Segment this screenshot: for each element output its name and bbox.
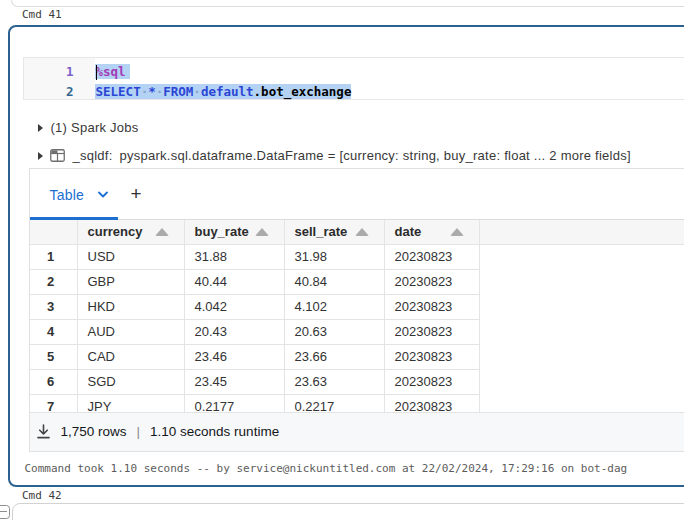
data-cell: 40.44 xyxy=(185,270,285,295)
column-label: date xyxy=(395,224,422,239)
row-number-cell: 2 xyxy=(30,270,78,295)
row-filler xyxy=(480,320,684,345)
footer-separator: | xyxy=(137,424,141,439)
results-footer: 1,750 rows | 1.10 seconds runtime xyxy=(30,412,684,451)
row-number-cell: 3 xyxy=(30,295,78,320)
table-row: 2GBP40.4440.8420230823 xyxy=(30,270,684,295)
column-label: sell_rate xyxy=(295,224,348,239)
row-count: 1,750 rows xyxy=(61,424,127,439)
code-line-2: SELECT·*·FROM·default.bot_exchange xyxy=(95,82,684,102)
data-cell: HKD xyxy=(78,295,185,320)
chevron-down-icon[interactable] xyxy=(97,191,109,199)
data-cell: 23.45 xyxy=(185,370,285,395)
results-table-container: currencybuy_ratesell_ratedate 1USD31.883… xyxy=(30,220,684,414)
data-cell: 4.042 xyxy=(185,295,285,320)
code-token: SELECT xyxy=(96,84,141,99)
code-line-1: %sql xyxy=(95,62,684,82)
table-row: 1USD31.8831.9820230823 xyxy=(30,245,684,270)
table-icon xyxy=(50,149,65,162)
data-cell: 20230823 xyxy=(385,270,480,295)
row-number-header xyxy=(30,220,78,245)
row-number-cell: 5 xyxy=(30,345,78,370)
table-header-row: currencybuy_ratesell_ratedate xyxy=(30,220,684,245)
sqldf-detail: pyspark.sql.dataframe.DataFrame = [curre… xyxy=(120,148,631,163)
sort-icon[interactable] xyxy=(155,228,169,236)
table-row: 3HKD4.0424.10220230823 xyxy=(30,295,684,320)
results-table: currencybuy_ratesell_ratedate 1USD31.883… xyxy=(30,220,684,414)
data-cell: 20230823 xyxy=(385,345,480,370)
results-panel: Table + currencybuy_ratesell_ratedate 1U… xyxy=(29,168,684,452)
notebook-cell-next[interactable] xyxy=(12,503,684,520)
text-cursor xyxy=(96,65,98,80)
spark-jobs-label: (1) Spark Jobs xyxy=(51,120,139,135)
line-number-2: 2 xyxy=(24,82,74,102)
data-cell: 4.102 xyxy=(285,295,385,320)
sort-icon[interactable] xyxy=(255,228,269,236)
download-icon[interactable] xyxy=(36,424,51,439)
code-token: default xyxy=(201,84,254,99)
line-number-1: 1 xyxy=(24,62,74,82)
data-cell: AUD xyxy=(78,320,185,345)
tab-table[interactable]: Table xyxy=(50,187,109,203)
data-cell: 31.98 xyxy=(285,245,385,270)
code-token: · xyxy=(193,84,201,99)
code-token: FROM xyxy=(163,84,193,99)
previous-cell-bottom-edge xyxy=(11,0,684,7)
add-visualization-button[interactable]: + xyxy=(128,183,145,205)
data-cell: 40.84 xyxy=(285,270,385,295)
sort-icon[interactable] xyxy=(450,228,464,236)
table-row: 6SGD23.4523.6320230823 xyxy=(30,370,684,395)
table-row: 4AUD20.4320.6320230823 xyxy=(30,320,684,345)
chevron-right-icon[interactable] xyxy=(38,152,43,160)
results-tabbar: Table + xyxy=(30,169,684,220)
notebook-cell-selected[interactable]: 1 2 %sql SELECT·*·FROM·default.bot_excha… xyxy=(8,25,684,487)
header-filler xyxy=(480,220,684,245)
data-cell: USD xyxy=(78,245,185,270)
column-header-currency[interactable]: currency xyxy=(78,220,185,245)
data-cell: 20230823 xyxy=(385,245,480,270)
row-number-cell: 4 xyxy=(30,320,78,345)
row-number-cell: 6 xyxy=(30,370,78,395)
data-cell: 23.63 xyxy=(285,370,385,395)
code-editor[interactable]: 1 2 %sql SELECT·*·FROM·default.bot_excha… xyxy=(23,57,684,100)
row-filler xyxy=(480,270,684,295)
command-status-line: Command took 1.10 seconds -- by service@… xyxy=(25,462,628,475)
row-filler xyxy=(480,295,684,320)
cmd-42-label: Cmd 42 xyxy=(22,489,62,502)
column-header-sell_rate[interactable]: sell_rate xyxy=(285,220,385,245)
column-header-date[interactable]: date xyxy=(385,220,480,245)
data-cell: 20230823 xyxy=(385,370,480,395)
cmd-41-label: Cmd 41 xyxy=(22,8,62,21)
spark-jobs-toggle[interactable]: (1) Spark Jobs xyxy=(38,121,139,135)
collapse-cell-icon[interactable] xyxy=(0,505,10,519)
column-label: buy_rate xyxy=(195,224,249,239)
sqldf-dataframe-toggle[interactable]: _sqldf: pyspark.sql.dataframe.DataFrame … xyxy=(38,149,631,163)
row-filler xyxy=(480,370,684,395)
column-header-buy_rate[interactable]: buy_rate xyxy=(185,220,285,245)
data-cell: 20230823 xyxy=(385,320,480,345)
sqldf-label: _sqldf: xyxy=(73,148,113,163)
data-cell: 20.43 xyxy=(185,320,285,345)
data-cell: GBP xyxy=(78,270,185,295)
sort-icon[interactable] xyxy=(355,228,369,236)
data-cell: 20.63 xyxy=(285,320,385,345)
row-filler xyxy=(480,345,684,370)
chevron-right-icon[interactable] xyxy=(38,124,43,132)
runtime: 1.10 seconds runtime xyxy=(150,424,279,439)
column-label: currency xyxy=(88,224,143,239)
row-filler xyxy=(480,245,684,270)
data-cell: SGD xyxy=(78,370,185,395)
data-cell: 23.66 xyxy=(285,345,385,370)
data-cell: 20230823 xyxy=(385,295,480,320)
data-cell: 23.46 xyxy=(185,345,285,370)
data-cell: 31.88 xyxy=(185,245,285,270)
code-token: .bot_exchange xyxy=(254,84,352,99)
tab-table-label: Table xyxy=(50,187,84,203)
data-cell: CAD xyxy=(78,345,185,370)
code-token: * xyxy=(148,84,156,99)
row-number-cell: 1 xyxy=(30,245,78,270)
table-row: 5CAD23.4623.6620230823 xyxy=(30,345,684,370)
code-token: %sql xyxy=(96,64,126,79)
notebook-page: Cmd 41 1 2 %sql SELECT·*·FROM·default.bo… xyxy=(0,0,684,520)
